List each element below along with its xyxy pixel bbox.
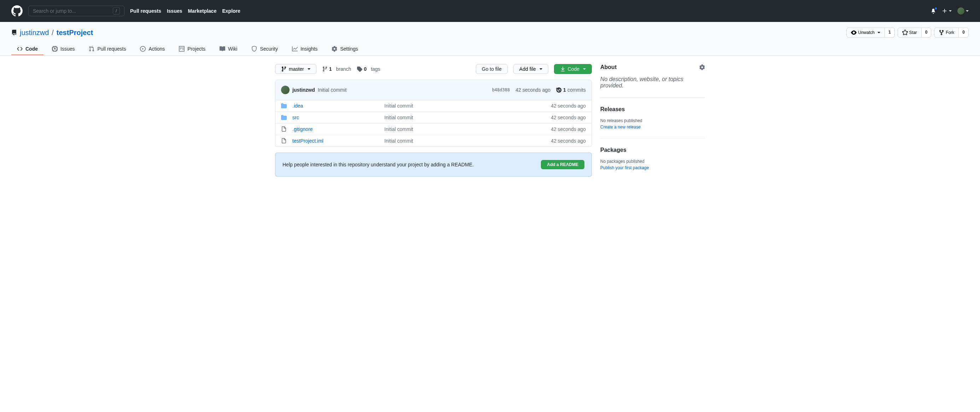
publish-package-link[interactable]: Publish your first package (600, 165, 705, 170)
nav-marketplace[interactable]: Marketplace (188, 8, 217, 14)
file-row: .gitignoreInitial commit42 seconds ago (275, 123, 592, 135)
file-name-link[interactable]: src (293, 115, 299, 120)
branches-link[interactable]: 1 branch (322, 66, 352, 72)
user-menu-dropdown[interactable] (958, 8, 969, 14)
file-icon (281, 138, 287, 144)
commit-sha-link[interactable]: b48d388 (492, 88, 510, 93)
file-row: .ideaInitial commit42 seconds ago (275, 100, 592, 112)
packages-empty-text: No packages published (600, 159, 705, 164)
tags-link[interactable]: 0 tags (357, 66, 380, 72)
star-button[interactable]: Star (897, 28, 922, 38)
commit-message-link[interactable]: Initial commit (318, 87, 347, 93)
latest-commit-row: justinzwd Initial commit b48d388 42 seco… (275, 80, 592, 100)
readme-prompt: Help people interested in this repositor… (275, 153, 592, 177)
file-time: 42 seconds ago (551, 115, 586, 120)
user-avatar (958, 8, 964, 14)
repo-header: justinzwd / testProject Unwatch 1 Star 0 (0, 22, 980, 56)
nav-pull-requests[interactable]: Pull requests (130, 8, 161, 14)
repo-name-link[interactable]: testProject (57, 29, 93, 37)
repo-separator: / (52, 29, 54, 37)
file-time: 42 seconds ago (551, 126, 586, 132)
file-time: 42 seconds ago (551, 138, 586, 144)
nav-explore[interactable]: Explore (222, 8, 240, 14)
file-name-link[interactable]: testProject.iml (293, 138, 323, 144)
tab-settings[interactable]: Settings (326, 43, 364, 55)
notification-indicator (934, 7, 937, 10)
sidebar: About No description, website, or topics… (600, 64, 705, 187)
add-file-button[interactable]: Add file (513, 64, 548, 74)
tab-insights[interactable]: Insights (286, 43, 323, 55)
file-row: srcInitial commit42 seconds ago (275, 112, 592, 123)
about-heading: About (600, 64, 705, 70)
github-logo[interactable] (11, 5, 22, 17)
svg-point-1 (54, 48, 56, 50)
header-nav: Pull requests Issues Marketplace Explore (130, 8, 240, 14)
stargazers-count[interactable]: 0 (922, 28, 932, 38)
file-row: testProject.imlInitial commit42 seconds … (275, 135, 592, 147)
search-slash-hint: / (113, 8, 120, 14)
tab-pull-requests[interactable]: Pull requests (83, 43, 132, 55)
tab-projects[interactable]: Projects (173, 43, 211, 55)
tab-actions[interactable]: Actions (134, 43, 170, 55)
file-name-link[interactable]: .gitignore (293, 126, 313, 132)
releases-empty-text: No releases published (600, 118, 705, 123)
unwatch-button[interactable]: Unwatch (846, 28, 885, 38)
create-release-link[interactable]: Create a new release (600, 125, 705, 129)
readme-prompt-text: Help people interested in this repositor… (283, 162, 474, 168)
repo-owner-link[interactable]: justinzwd (20, 29, 49, 37)
directory-icon (281, 103, 287, 109)
tab-wiki[interactable]: Wiki (214, 43, 243, 55)
file-time: 42 seconds ago (551, 103, 586, 109)
tab-code[interactable]: Code (11, 43, 43, 55)
commit-author-avatar[interactable] (281, 86, 290, 94)
repo-tabs: Code Issues Pull requests Actions Projec… (11, 43, 969, 55)
packages-heading: Packages (600, 147, 705, 153)
forks-count[interactable]: 0 (959, 28, 969, 38)
about-settings-button[interactable] (699, 64, 705, 70)
fork-button[interactable]: Fork (934, 28, 959, 38)
branch-select-button[interactable]: master (275, 64, 317, 74)
repo-icon (11, 30, 17, 35)
file-tree-box: justinzwd Initial commit b48d388 42 seco… (275, 80, 592, 147)
file-commit-message-link[interactable]: Initial commit (384, 126, 413, 132)
nav-issues[interactable]: Issues (167, 8, 183, 14)
create-new-dropdown[interactable] (942, 8, 952, 14)
tab-security[interactable]: Security (246, 43, 283, 55)
directory-icon (281, 115, 287, 120)
global-header: / Pull requests Issues Marketplace Explo… (0, 0, 980, 22)
releases-heading: Releases (600, 106, 705, 113)
about-description: No description, website, or topics provi… (600, 76, 705, 89)
notifications-button[interactable] (931, 8, 936, 14)
commit-time[interactable]: 42 seconds ago (515, 87, 550, 93)
code-download-button[interactable]: Code (554, 64, 592, 74)
search-input[interactable] (33, 8, 113, 14)
commits-count-link[interactable]: 1 commits (556, 87, 586, 93)
file-commit-message-link[interactable]: Initial commit (384, 115, 413, 120)
file-commit-message-link[interactable]: Initial commit (384, 103, 413, 109)
file-icon (281, 126, 287, 132)
file-commit-message-link[interactable]: Initial commit (384, 138, 413, 144)
tab-issues[interactable]: Issues (46, 43, 80, 55)
file-name-link[interactable]: .idea (293, 103, 303, 109)
search-input-wrap[interactable]: / (28, 6, 124, 16)
go-to-file-button[interactable]: Go to file (476, 64, 508, 74)
watchers-count[interactable]: 1 (885, 28, 895, 38)
commit-author-link[interactable]: justinzwd (293, 87, 315, 93)
add-readme-button[interactable]: Add a README (541, 160, 584, 169)
